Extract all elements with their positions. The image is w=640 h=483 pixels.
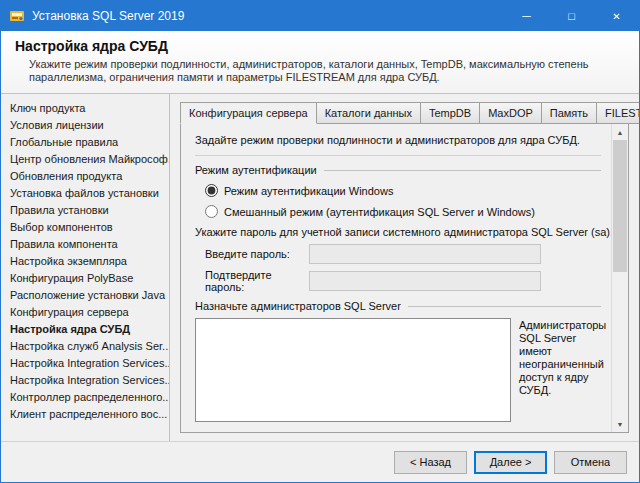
sidebar-item: Правила компонента: [1, 236, 169, 253]
sidebar-item: Обновления продукта: [1, 168, 169, 185]
sidebar-item: Выбор компонентов: [1, 219, 169, 236]
confirm-password-field: [309, 271, 541, 291]
cancel-button[interactable]: Отмена: [554, 451, 627, 474]
tab-panel: Задайте режим проверки подлинности и адм…: [180, 123, 629, 433]
sidebar-item: Настройка служб Analysis Ser...: [1, 338, 169, 355]
panel-intro-text: Задайте режим проверки подлинности и адм…: [195, 134, 601, 156]
tab-memory[interactable]: Память: [541, 102, 597, 124]
auth-mode-section-header: Режим аутентификации: [195, 164, 601, 176]
sidebar-item: Настройка Integration Services...: [1, 355, 169, 372]
admins-section-header: Назначьте администраторов SQL Server: [195, 300, 601, 312]
window-title: Установка SQL Server 2019: [32, 9, 184, 23]
confirm-password-row: Подтвердите пароль:: [205, 269, 601, 293]
enter-password-row: Введите пароль:: [205, 244, 601, 264]
sidebar-item: Глобальные правила: [1, 134, 169, 151]
sidebar-item: Конфигурация сервера: [1, 304, 169, 321]
footer: < Назад Далее > Отмена: [1, 441, 639, 482]
sa-password-section-header: Укажите пароль для учетной записи систем…: [195, 226, 601, 238]
sidebar-item: Расположение установки Java: [1, 287, 169, 304]
admins-note-text: Администраторы SQL Server имеют неограни…: [519, 318, 606, 422]
sidebar-item: Центр обновления Майкрософ...: [1, 151, 169, 168]
installer-window: Установка SQL Server 2019 ─ □ ✕ Настройк…: [0, 0, 640, 483]
confirm-password-label: Подтвердите пароль:: [205, 269, 309, 293]
windows-auth-radio-row: Режим аутентификации Windows: [205, 184, 601, 197]
vertical-scrollbar[interactable]: ▲ ▼: [611, 124, 628, 432]
tab-maxdop[interactable]: MaxDOP: [479, 102, 542, 124]
maximize-icon[interactable]: □: [549, 1, 594, 31]
sidebar-steps: Ключ продукта Условия лицензии Глобальны…: [1, 94, 170, 441]
scrollbar-thumb[interactable]: [613, 140, 627, 272]
section-rule: [408, 306, 601, 307]
scroll-up-icon[interactable]: ▲: [612, 124, 628, 140]
sidebar-item: Настройка Integration Services...: [1, 372, 169, 389]
tab-filestream[interactable]: FILESTREAM: [596, 102, 640, 124]
windows-auth-radio-label[interactable]: Режим аутентификации Windows: [224, 185, 393, 197]
admins-section-label: Назначьте администраторов SQL Server: [195, 300, 401, 312]
sidebar-item: Условия лицензии: [1, 117, 169, 134]
page-description: Укажите режим проверки подлинности, адми…: [29, 58, 615, 84]
main-pane: Конфигурация сервера Каталоги данных Tem…: [170, 94, 639, 441]
tab-server-configuration[interactable]: Конфигурация сервера: [180, 102, 317, 124]
scroll-down-icon[interactable]: ▼: [612, 416, 628, 432]
window-controls: ─ □ ✕: [504, 1, 639, 31]
titlebar: Установка SQL Server 2019 ─ □ ✕: [1, 1, 639, 31]
page-header: Настройка ядра СУБД Укажите режим провер…: [1, 31, 639, 94]
back-button[interactable]: < Назад: [394, 451, 467, 474]
scrollbar-track[interactable]: [612, 140, 628, 416]
tab-tempdb[interactable]: TempDB: [420, 102, 480, 124]
sidebar-item: Контроллер распределенного...: [1, 389, 169, 406]
minimize-icon[interactable]: ─: [504, 1, 549, 31]
tab-data-directories[interactable]: Каталоги данных: [316, 102, 421, 124]
body: Ключ продукта Условия лицензии Глобальны…: [1, 94, 639, 441]
app-icon: [9, 8, 25, 24]
enter-password-field: [309, 244, 541, 264]
sidebar-item: Клиент распределенного вос...: [1, 406, 169, 423]
page-title: Настройка ядра СУБД: [15, 38, 625, 54]
sa-password-section-label: Укажите пароль для учетной записи систем…: [195, 226, 613, 238]
auth-mode-section-label: Режим аутентификации: [195, 164, 317, 176]
sidebar-item: Ключ продукта: [1, 100, 169, 117]
mixed-auth-radio-label[interactable]: Смешанный режим (аутентификация SQL Serv…: [224, 206, 535, 218]
sidebar-item: Настройка экземпляра: [1, 253, 169, 270]
section-rule: [324, 170, 601, 171]
mixed-auth-radio[interactable]: [205, 205, 218, 218]
sql-admins-listbox[interactable]: [195, 318, 511, 422]
server-configuration-panel: Задайте режим проверки подлинности и адм…: [181, 124, 611, 432]
next-button[interactable]: Далее >: [474, 451, 547, 474]
windows-auth-radio[interactable]: [205, 184, 218, 197]
close-icon[interactable]: ✕: [594, 1, 639, 31]
mixed-auth-radio-row: Смешанный режим (аутентификация SQL Serv…: [205, 205, 601, 218]
sidebar-item: Установка файлов установки: [1, 185, 169, 202]
sidebar-item: Правила установки: [1, 202, 169, 219]
admins-row: Администраторы SQL Server имеют неограни…: [195, 318, 601, 422]
tab-strip: Конфигурация сервера Каталоги данных Tem…: [180, 102, 629, 124]
sidebar-item-current: Настройка ядра СУБД: [1, 321, 169, 338]
sidebar-item: Конфигурация PolyBase: [1, 270, 169, 287]
enter-password-label: Введите пароль:: [205, 248, 309, 260]
